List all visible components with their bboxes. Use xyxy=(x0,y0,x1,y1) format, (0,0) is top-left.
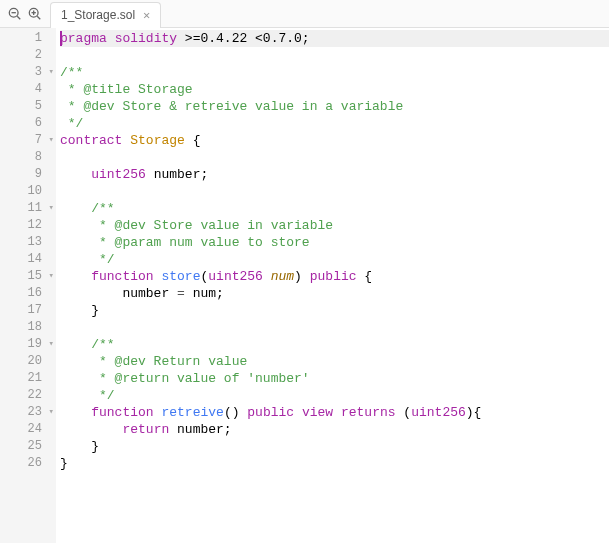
code-line: function retreive() public view returns … xyxy=(60,404,609,421)
gutter-line: 4 xyxy=(0,81,56,98)
code-line: } xyxy=(60,455,609,472)
svg-line-4 xyxy=(37,16,40,19)
gutter-line: 5 xyxy=(0,98,56,115)
code-line: return number; xyxy=(60,421,609,438)
gutter-line: 11 xyxy=(0,200,56,217)
svg-line-1 xyxy=(17,16,20,19)
gutter-line: 9 xyxy=(0,166,56,183)
code-line: * @dev Store value in variable xyxy=(60,217,609,234)
code-area[interactable]: pragma solidity >=0.4.22 <0.7.0; /** * @… xyxy=(56,28,609,543)
gutter-line: 15 xyxy=(0,268,56,285)
gutter-line: 20 xyxy=(0,353,56,370)
gutter: 1234567891011121314151617181920212223242… xyxy=(0,28,56,543)
code-line: /** xyxy=(60,200,609,217)
gutter-line: 12 xyxy=(0,217,56,234)
gutter-line: 17 xyxy=(0,302,56,319)
gutter-line: 24 xyxy=(0,421,56,438)
close-icon[interactable]: ✕ xyxy=(143,8,150,23)
gutter-line: 14 xyxy=(0,251,56,268)
gutter-line: 6 xyxy=(0,115,56,132)
code-line: pragma solidity >=0.4.22 <0.7.0; xyxy=(60,30,609,47)
code-line xyxy=(60,149,609,166)
code-line: number = num; xyxy=(60,285,609,302)
gutter-line: 22 xyxy=(0,387,56,404)
gutter-line: 1 xyxy=(0,30,56,47)
gutter-line: 3 xyxy=(0,64,56,81)
tab-label: 1_Storage.sol xyxy=(61,8,135,22)
gutter-line: 19 xyxy=(0,336,56,353)
gutter-line: 25 xyxy=(0,438,56,455)
code-line: */ xyxy=(60,251,609,268)
gutter-line: 23 xyxy=(0,404,56,421)
code-line xyxy=(60,319,609,336)
code-line: /** xyxy=(60,64,609,81)
zoom-out-icon[interactable] xyxy=(8,7,22,21)
code-line: * @dev Return value xyxy=(60,353,609,370)
tab-file[interactable]: 1_Storage.sol ✕ xyxy=(50,2,161,28)
gutter-line: 18 xyxy=(0,319,56,336)
code-line: uint256 number; xyxy=(60,166,609,183)
toolbar: 1_Storage.sol ✕ xyxy=(0,0,609,28)
code-line: */ xyxy=(60,387,609,404)
code-line: function store(uint256 num) public { xyxy=(60,268,609,285)
gutter-line: 13 xyxy=(0,234,56,251)
code-line: contract Storage { xyxy=(60,132,609,149)
code-line: } xyxy=(60,302,609,319)
gutter-line: 16 xyxy=(0,285,56,302)
code-line: } xyxy=(60,438,609,455)
editor: 1234567891011121314151617181920212223242… xyxy=(0,28,609,543)
gutter-line: 7 xyxy=(0,132,56,149)
code-line: /** xyxy=(60,336,609,353)
zoom-controls xyxy=(0,7,50,21)
code-line xyxy=(60,183,609,200)
code-line: * @title Storage xyxy=(60,81,609,98)
gutter-line: 26 xyxy=(0,455,56,472)
zoom-in-icon[interactable] xyxy=(28,7,42,21)
code-line: * @dev Store & retreive value in a varia… xyxy=(60,98,609,115)
gutter-line: 21 xyxy=(0,370,56,387)
code-line: * @param num value to store xyxy=(60,234,609,251)
code-line xyxy=(60,47,609,64)
gutter-line: 2 xyxy=(0,47,56,64)
code-line: */ xyxy=(60,115,609,132)
gutter-line: 10 xyxy=(0,183,56,200)
code-line: * @return value of 'number' xyxy=(60,370,609,387)
gutter-line: 8 xyxy=(0,149,56,166)
